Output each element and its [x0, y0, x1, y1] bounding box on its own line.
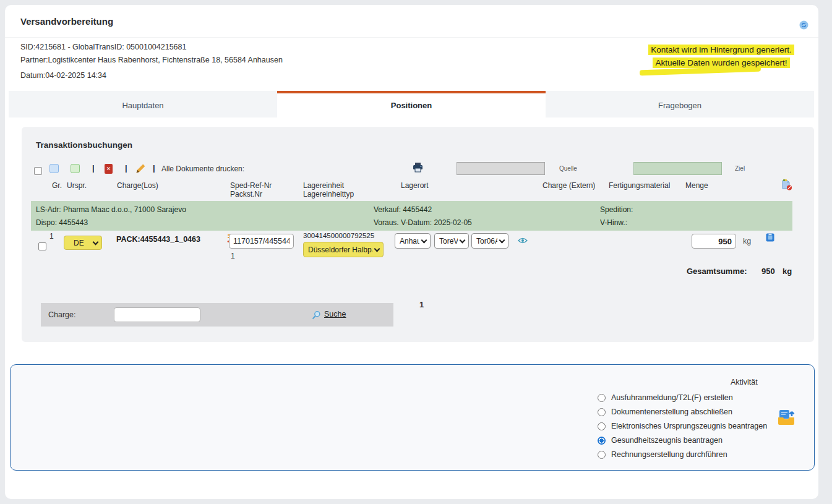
- quelle-field[interactable]: [457, 162, 545, 175]
- refresh-icon[interactable]: [799, 20, 808, 30]
- radio-option-gesundheitszeugnis[interactable]: Gesundheitszeugnis beantragen: [598, 436, 723, 445]
- lagerort-value-3: Tor06A: [476, 237, 497, 246]
- tab-bar: Hauptdaten Positionen Fragebogen: [9, 91, 814, 117]
- lagerort-select-2[interactable]: ToreVe: [434, 233, 469, 249]
- lagereinheittyp-value: Düsseldorfer Halbpa: [308, 246, 372, 254]
- ziel-field[interactable]: [633, 162, 722, 175]
- tab-label: Hauptdaten: [122, 101, 163, 110]
- group-header-band: LS-Adr: Pharma Maac d.o.o., 71000 Saraje…: [31, 201, 792, 231]
- chevron-down-icon: [93, 239, 99, 245]
- sid-line: SID:4215681 - GlobalTransID: 05001004215…: [20, 43, 186, 51]
- toolbar-separator: |: [92, 163, 95, 173]
- menge-input[interactable]: [692, 234, 736, 249]
- suche-link[interactable]: Suche: [324, 310, 346, 318]
- row-checkbox[interactable]: [38, 242, 46, 250]
- ziel-label: Ziel: [735, 165, 745, 172]
- col-line: Sped-Ref-Nr: [230, 181, 272, 190]
- menge-unit: kg: [743, 237, 751, 246]
- col-gr: Gr.: [52, 181, 62, 190]
- radio-option-dokumentenerstellung[interactable]: Dokumentenerstellung abschließen: [598, 408, 732, 416]
- save-floppy-icon[interactable]: [766, 233, 774, 242]
- col-lagereinheit: Lagereinheit Lagereinheittyp: [303, 181, 354, 199]
- submit-inbox-icon[interactable]: [776, 406, 797, 427]
- remove-document-icon[interactable]: [781, 179, 792, 190]
- tab-positionen[interactable]: Positionen: [277, 91, 546, 117]
- radio-option-ausfuhranmeldung[interactable]: Ausfuhranmeldung/T2L(F) erstellen: [598, 393, 733, 402]
- page-title: Versandvorbereitung: [20, 16, 113, 27]
- charge-search-input[interactable]: [114, 307, 200, 322]
- dispo: Dispo: 4455443: [36, 218, 88, 227]
- col-lagerort: Lagerort: [401, 181, 429, 190]
- lagerort-value-1: Anhau: [400, 237, 419, 246]
- spedition: Spedition:: [600, 205, 633, 214]
- panel-title: Transaktionsbuchungen: [36, 140, 132, 150]
- status-notice: Kontakt wird im Hintergrund generiert. A…: [624, 43, 819, 69]
- lagereinheit-value: 300414500000792525: [303, 232, 374, 239]
- charge-search-bar: Charge: Suche: [41, 303, 393, 327]
- charge-search-label: Charge:: [48, 310, 75, 319]
- verkauf: Verkauf: 4455442: [374, 205, 432, 214]
- packst-nr: 1: [231, 252, 235, 260]
- partner-line: Partner:Logistikcenter Haus Rabenhorst, …: [20, 56, 283, 64]
- radio-icon[interactable]: [598, 451, 606, 459]
- chevron-down-icon: [460, 237, 466, 243]
- page-number: 1: [419, 300, 424, 309]
- source-marker-icon[interactable]: [49, 164, 59, 173]
- row-gr: 1: [49, 232, 54, 241]
- header-divider: [5, 37, 818, 38]
- toolbar-separator: |: [125, 163, 127, 173]
- datum-line: Datum:04-02-2025 14:34: [20, 71, 106, 80]
- target-marker-icon[interactable]: [71, 164, 80, 173]
- printer-icon[interactable]: [413, 163, 423, 173]
- col-line: Lagereinheittyp: [303, 190, 354, 199]
- chevron-down-icon: [499, 237, 505, 243]
- radio-icon[interactable]: [598, 422, 606, 430]
- col-menge: Menge: [685, 181, 708, 190]
- urspr-select[interactable]: DE: [64, 236, 102, 250]
- notice-line-1: Kontakt wird im Hintergrund generiert.: [648, 45, 794, 55]
- edit-pencil-icon[interactable]: [135, 163, 146, 174]
- tab-label: Positionen: [391, 101, 432, 110]
- activity-panel: Aktivität Ausfuhranmeldung/T2L(F) erstel…: [10, 364, 815, 471]
- search-icon[interactable]: [312, 310, 321, 320]
- tab-hauptdaten[interactable]: Hauptdaten: [9, 91, 277, 117]
- col-urspr: Urspr.: [67, 181, 87, 190]
- radio-option-rechnungserstellung[interactable]: Rechnungserstellung durchführen: [598, 450, 727, 459]
- lagerort-select-3[interactable]: Tor06A: [471, 233, 508, 249]
- v-hinw: V-Hinw.:: [600, 218, 627, 227]
- radio-icon[interactable]: [598, 394, 606, 402]
- radio-label: Elektronisches Ursprungszeugnis beantrag…: [611, 422, 767, 430]
- urspr-select-value: DE: [69, 239, 91, 247]
- main-card: Versandvorbereitung SID:4215681 - Global…: [5, 5, 818, 499]
- toolbar-separator: |: [153, 163, 155, 173]
- lagereinheittyp-select[interactable]: Düsseldorfer Halbpa: [303, 242, 384, 257]
- col-fertigungsmaterial: Fertigungsmaterial: [609, 181, 670, 190]
- radio-label: Dokumentenerstellung abschließen: [611, 408, 732, 416]
- chevron-down-icon: [421, 237, 427, 243]
- sped-ref-input[interactable]: [229, 234, 294, 249]
- col-sped-ref: Sped-Ref-Nr Packst.Nr: [230, 181, 272, 199]
- col-charge-extern: Charge (Extern): [543, 181, 595, 190]
- select-all-checkbox[interactable]: [34, 167, 42, 175]
- chevron-down-icon: [374, 246, 380, 252]
- lagerort-select-1[interactable]: Anhau: [395, 233, 431, 249]
- eye-icon[interactable]: [518, 237, 528, 244]
- gesamtsumme-unit: kg: [783, 267, 792, 276]
- pack-charge-los: PACK:4455443_1_0463: [116, 235, 200, 244]
- radio-icon[interactable]: [598, 408, 606, 416]
- lagerort-value-2: ToreVe: [439, 237, 458, 246]
- radio-label: Rechnungserstellung durchführen: [611, 450, 727, 459]
- radio-icon[interactable]: [598, 437, 606, 445]
- notice-line-2: Aktuelle Daten wurden gespeichert!: [653, 58, 789, 68]
- transactions-panel: Transaktionsbuchungen | ✕ | | Alle Dokum…: [22, 127, 814, 342]
- radio-option-ursprungszeugnis[interactable]: Elektronisches Ursprungszeugnis beantrag…: [598, 422, 767, 430]
- radio-label: Gesundheitszeugnis beantragen: [611, 436, 723, 445]
- activity-label: Aktivität: [731, 378, 758, 387]
- gesamtsumme-value: 950: [761, 267, 775, 276]
- tab-fragebogen[interactable]: Fragebogen: [546, 91, 814, 117]
- delete-icon[interactable]: ✕: [105, 164, 113, 174]
- col-charge-los: Charge(Los): [117, 181, 158, 190]
- print-all-label: Alle Dokumente drucken:: [161, 164, 244, 173]
- col-line: Packst.Nr: [230, 190, 272, 199]
- radio-label: Ausfuhranmeldung/T2L(F) erstellen: [611, 393, 733, 402]
